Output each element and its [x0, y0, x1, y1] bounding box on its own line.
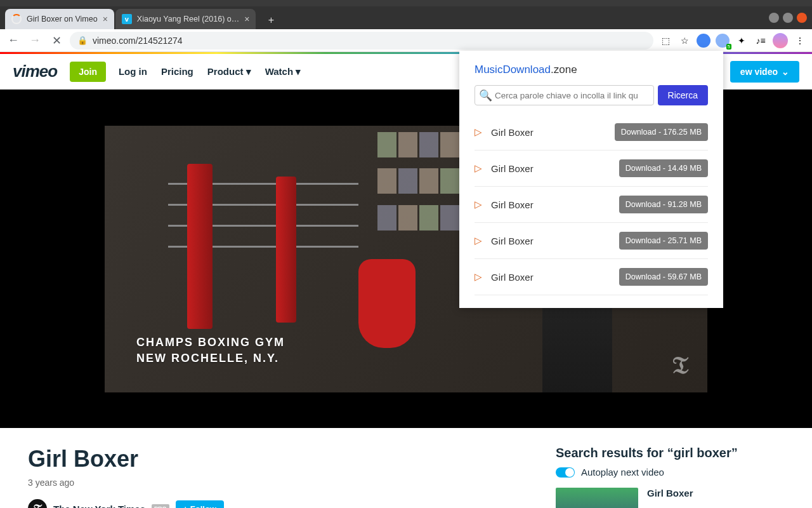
download-row: ▷Girl BoxerDownload - 176.25 MB [475, 114, 708, 150]
search-result-item[interactable]: Girl Boxer [556, 488, 784, 508]
tab-strip: Girl Boxer on Vimeo × v Xiaoyu Yang Reel… [0, 6, 812, 29]
popup-brand[interactable]: MusicDownload.zone [475, 64, 708, 76]
browser-tab-inactive[interactable]: v Xiaoyu Yang Reel (2016) o… × [115, 9, 256, 29]
result-title: Girl Boxer [647, 488, 693, 508]
below-player: Girl Boxer 3 years ago 𝔗 The New York Ti… [0, 428, 812, 508]
maximize-button[interactable] [783, 13, 793, 23]
close-tab-icon[interactable]: × [103, 14, 108, 24]
play-icon: ▷ [475, 126, 482, 138]
new-video-button[interactable]: ew video⌄ [730, 61, 799, 83]
bookmark-star-icon[interactable]: ☆ [678, 34, 691, 48]
popup-search-button[interactable]: Ricerca [658, 85, 708, 105]
download-item-name: Girl Boxer [491, 272, 619, 283]
autoplay-label: Autoplay next video [581, 467, 664, 478]
popup-search-input[interactable] [495, 91, 650, 100]
download-item-name: Girl Boxer [491, 127, 615, 138]
download-button[interactable]: Download - 176.25 MB [615, 123, 708, 141]
play-icon: ▷ [475, 199, 482, 210]
join-button[interactable]: Join [70, 62, 106, 82]
download-row: ▷Girl BoxerDownload - 91.28 MB [475, 187, 708, 223]
author-name[interactable]: The New York Times [53, 504, 145, 509]
play-icon: ▷ [475, 163, 482, 174]
nyt-logo-icon: 𝔗 [672, 351, 688, 380]
media-control-icon[interactable]: ♪≡ [754, 34, 768, 48]
search-results-title: Search results for “girl boxer” [556, 446, 784, 460]
video-title: Girl Boxer [28, 446, 538, 472]
download-item-name: Girl Boxer [491, 236, 619, 246]
url-text: vimeo.com/214521274 [93, 36, 183, 46]
download-button[interactable]: Download - 25.71 MB [619, 232, 708, 250]
download-row: ▷Girl BoxerDownload - 59.67 MB [475, 259, 708, 295]
result-thumbnail [556, 488, 638, 508]
extension-icon[interactable]: 5 [716, 34, 730, 48]
video-age: 3 years ago [28, 478, 538, 488]
browser-tab-active[interactable]: Girl Boxer on Vimeo × [5, 9, 114, 29]
browser-toolbar: ← → ✕ 🔒 vimeo.com/214521274 ⬚ ☆ 5 ✦ ♪≡ ⋮ [0, 29, 812, 52]
address-bar[interactable]: 🔒 vimeo.com/214521274 [70, 32, 653, 50]
pro-badge: PRO [152, 504, 169, 508]
new-tab-button[interactable]: + [262, 11, 280, 29]
window-controls [769, 6, 807, 29]
download-button[interactable]: Download - 14.49 MB [619, 159, 708, 177]
nav-login[interactable]: Log in [119, 66, 147, 77]
profile-avatar[interactable] [773, 33, 788, 48]
vimeo-favicon-icon: v [122, 14, 132, 24]
translate-icon[interactable]: ⬚ [658, 34, 672, 48]
forward-button[interactable]: → [27, 32, 43, 49]
download-item-name: Girl Boxer [491, 163, 619, 174]
extensions-area: ⬚ ☆ 5 ✦ ♪≡ ⋮ [658, 33, 807, 48]
author-avatar[interactable]: 𝔗 [28, 499, 47, 508]
extension-icon[interactable] [697, 34, 710, 48]
search-icon: 🔍 [479, 89, 492, 102]
play-icon: ▷ [475, 271, 482, 283]
vimeo-nav: Log in Pricing Product ▾ Watch ▾ [119, 66, 301, 77]
minimize-button[interactable] [769, 13, 779, 23]
nav-product[interactable]: Product ▾ [207, 66, 251, 77]
tab-title: Xiaoyu Yang Reel (2016) o… [137, 15, 239, 23]
play-icon: ▷ [475, 235, 482, 246]
download-row: ▷Girl BoxerDownload - 25.71 MB [475, 223, 708, 259]
vimeo-logo[interactable]: vimeo [13, 62, 57, 81]
menu-icon[interactable]: ⋮ [793, 34, 807, 48]
follow-button[interactable]: + Follow [176, 500, 224, 509]
close-tab-icon[interactable]: × [244, 14, 249, 24]
back-button[interactable]: ← [5, 32, 22, 49]
download-button[interactable]: Download - 59.67 MB [619, 268, 708, 286]
download-row: ▷Girl BoxerDownload - 14.49 MB [475, 150, 708, 187]
video-caption: CHAMPS BOXING GYM NEW ROCHELLE, N.Y. [136, 335, 285, 366]
autoplay-toggle[interactable] [556, 467, 575, 478]
author-row: 𝔗 The New York Times PRO + Follow [28, 499, 538, 508]
nav-watch[interactable]: Watch ▾ [265, 66, 301, 77]
download-button[interactable]: Download - 91.28 MB [619, 196, 708, 213]
stop-button[interactable]: ✕ [48, 32, 65, 49]
extensions-menu-icon[interactable]: ✦ [735, 34, 749, 48]
download-item-name: Girl Boxer [491, 199, 619, 210]
popup-search-box[interactable]: 🔍 [475, 85, 654, 105]
lock-icon: 🔒 [77, 36, 88, 45]
nav-pricing[interactable]: Pricing [161, 66, 193, 77]
tab-title: Girl Boxer on Vimeo [27, 15, 98, 23]
chevron-down-icon: ⌄ [782, 67, 789, 77]
loading-spinner-icon [11, 14, 22, 24]
extension-popup: MusicDownload.zone 🔍 Ricerca ▷Girl Boxer… [459, 51, 723, 308]
close-window-button[interactable] [797, 13, 807, 23]
